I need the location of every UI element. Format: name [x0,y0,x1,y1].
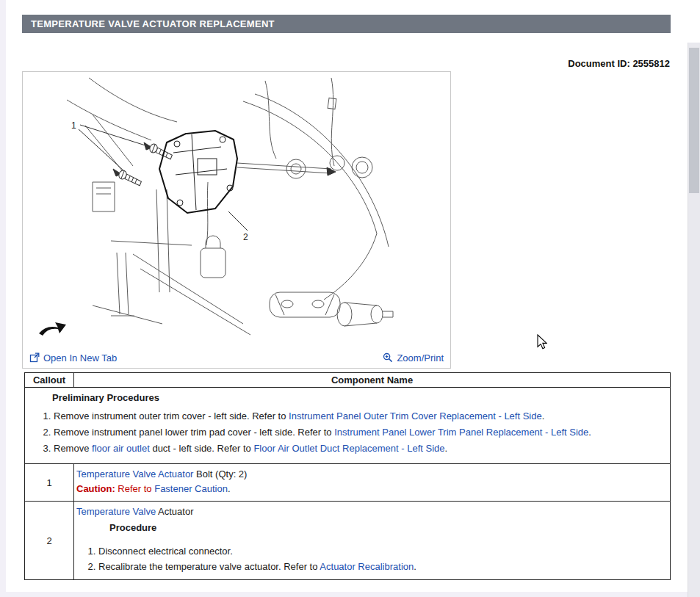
step-text: . [414,561,416,572]
procedure-steps: Disconnect electrical connector. Recalib… [76,544,665,574]
window-left-edge [0,0,6,597]
document-id: Document ID: 2555812 [568,58,670,69]
component-row-2: 2 Temperature Valve Actuator Procedure D… [25,502,671,580]
component-cell-2: Temperature Valve Actuator Procedure Dis… [74,502,671,580]
open-in-new-tab-label: Open In New Tab [43,352,117,363]
open-in-new-tab-link[interactable]: Open In New Tab [29,352,117,363]
preliminary-step-2: Remove instrument panel lower trim pad c… [54,425,665,440]
component-name-column-header: Component Name [74,373,671,388]
ref-link-lower-trim-panel[interactable]: Instrument Panel Lower Trim Panel Replac… [334,427,588,438]
figure-callout-2: 2 [243,232,248,242]
ref-link-temperature-valve-actuator-bolt[interactable]: Temperature Valve Actuator [76,468,193,480]
step-text: . [588,427,591,438]
figure-toolbar: Open In New Tab Zoom/Print [23,350,450,365]
caution-period: . [228,483,231,494]
preliminary-cell: Preliminary Procedures Remove instrument… [25,388,671,464]
step-text: Remove instrument panel lower trim pad c… [54,427,334,438]
figure-line-art: 1 2 [23,72,450,346]
callout-column-header: Callout [25,373,74,388]
step-text: Recalibrate the temperature valve actuat… [98,561,320,572]
ref-link-outer-trim-cover[interactable]: Instrument Panel Outer Trim Cover Replac… [289,410,542,421]
caution-text: Refer to [115,483,154,494]
procedure-step-2: Recalibrate the temperature valve actuat… [98,560,665,574]
technical-illustration: 1 2 [23,72,450,346]
caution-line: Caution: Refer to Fastener Caution. [76,482,665,496]
step-text: . [445,443,448,454]
open-in-new-tab-icon [29,352,40,363]
component-table: Callout Component Name Preliminary Proce… [24,372,671,580]
preliminary-steps: Remove instrument outer trim cover - lef… [27,409,665,456]
step-text: Remove instrument outer trim cover - lef… [54,410,289,421]
mouse-cursor [537,334,547,350]
window-bottom-edge [0,592,688,597]
component-row-1: 1 Temperature Valve Actuator Bolt (Qty: … [25,464,671,502]
zoom-icon [383,352,393,363]
ref-link-temperature-valve[interactable]: Temperature Valve [76,506,156,517]
preliminary-step-3: Remove floor air outlet duct - left side… [54,441,665,456]
ref-link-actuator-recalibration[interactable]: Actuator Recalibration [320,561,414,572]
page-title: TEMPERATURE VALVE ACTUATOR REPLACEMENT [22,15,671,33]
figure-panel: 1 2 Open In New Tab Zoom/Print [22,71,451,369]
procedure-title: Procedure [109,521,665,535]
callout-number: 2 [25,502,74,580]
zoom-print-label: Zoom/Print [397,352,444,363]
caution-label: Caution: [76,483,115,494]
step-text: . [542,410,545,421]
component-text: Actuator [156,506,193,517]
ref-link-fastener-caution[interactable]: Fastener Caution [154,483,228,494]
scrollbar-thumb[interactable] [689,48,699,193]
ref-link-floor-air-outlet[interactable]: floor air outlet [92,443,150,454]
preliminary-step-1: Remove instrument outer trim cover - lef… [54,409,665,424]
procedure-step-1: Disconnect electrical connector. [98,544,665,558]
preliminary-row: Preliminary Procedures Remove instrument… [25,388,671,464]
zoom-print-link[interactable]: Zoom/Print [383,352,444,363]
ref-link-floor-air-outlet-duct[interactable]: Floor Air Outlet Duct Replacement - Left… [253,443,444,454]
step-text: Remove [54,443,92,454]
table-header-row: Callout Component Name [25,373,671,388]
component-cell-1: Temperature Valve Actuator Bolt (Qty: 2)… [74,464,671,502]
vertical-scrollbar[interactable] [688,43,700,597]
figure-callout-1: 1 [71,120,76,131]
figure-corner-glyph [39,322,66,336]
callout-number: 1 [25,464,74,502]
step-text: duct - left side. Refer to [150,443,254,454]
component-text: Bolt (Qty: 2) [193,468,247,480]
preliminary-title: Preliminary Procedures [52,392,665,403]
